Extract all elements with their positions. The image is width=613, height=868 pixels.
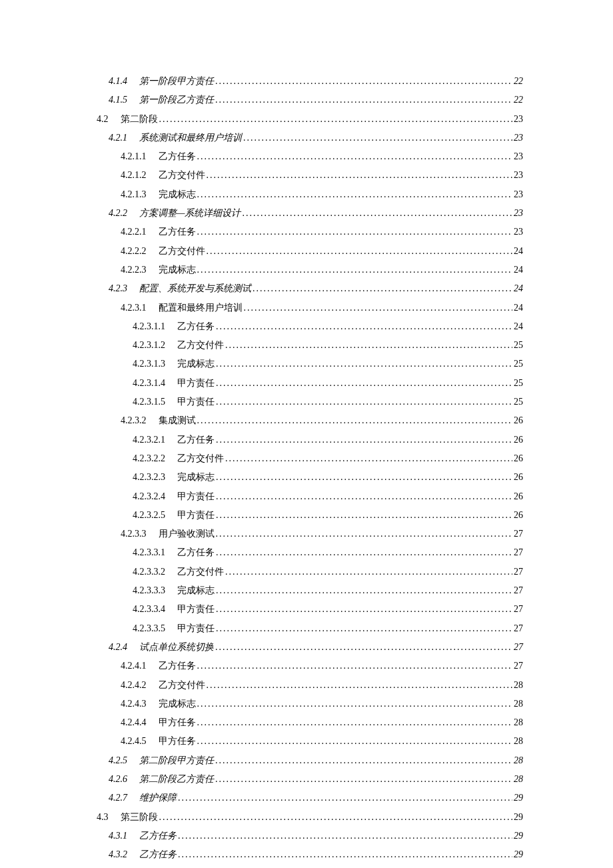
- toc-page-number: 27: [514, 545, 523, 561]
- toc-page-number: 26: [514, 489, 523, 505]
- toc-entry[interactable]: 4.2.1.1乙方任务.............................…: [90, 149, 523, 165]
- toc-title: 乙方任务: [177, 319, 215, 335]
- toc-entry[interactable]: 4.2.4.5甲方任务.............................…: [90, 733, 523, 749]
- toc-title: 甲方责任: [177, 489, 215, 505]
- toc-page-number: 29: [514, 828, 523, 844]
- toc-page-number: 22: [514, 92, 523, 108]
- toc-entry[interactable]: 4.2.3.2集成测试.............................…: [90, 413, 523, 429]
- toc-entry[interactable]: 4.2.1.3完成标志.............................…: [90, 187, 523, 203]
- toc-entry[interactable]: 4.2.3.1.1乙方任务...........................…: [90, 319, 523, 335]
- toc-entry[interactable]: 4.2.3.2.5甲方责任...........................…: [90, 507, 523, 523]
- toc-title: 乙方任务: [177, 545, 215, 561]
- toc-entry[interactable]: 4.2.2.1乙方任务.............................…: [90, 224, 523, 240]
- toc-entry[interactable]: 4.2.6第二阶段乙方责任...........................…: [90, 771, 523, 787]
- toc-entry[interactable]: 4.2.5第二阶段甲方责任...........................…: [90, 753, 523, 769]
- toc-entry[interactable]: 4.2.3.2.3完成标志...........................…: [90, 469, 523, 485]
- toc-leader-dots: ........................................…: [242, 205, 512, 221]
- table-of-contents: 4.1.4第一阶段甲方责任...........................…: [90, 73, 523, 868]
- toc-leader-dots: ........................................…: [159, 809, 513, 825]
- toc-page-number: 29: [514, 847, 523, 863]
- toc-entry[interactable]: 4.1.5第一阶段乙方责任...........................…: [90, 92, 523, 108]
- toc-leader-dots: ........................................…: [207, 167, 513, 183]
- toc-page-number: 24: [514, 243, 523, 259]
- toc-entry[interactable]: 4.2.4.2乙方交付件............................…: [90, 677, 523, 693]
- toc-title: 甲方责任: [177, 601, 215, 617]
- toc-entry[interactable]: 4.2.3.1.4甲方责任...........................…: [90, 375, 523, 391]
- toc-entry[interactable]: 4.2.1.2乙方交付件............................…: [90, 167, 523, 183]
- toc-entry[interactable]: 4.2.3.3用户验收测试...........................…: [90, 526, 523, 542]
- toc-title: 配置、系统开发与系统测试: [139, 281, 251, 297]
- toc-title: 试点单位系统切换: [139, 639, 214, 655]
- toc-title: 甲方责任: [177, 621, 215, 637]
- toc-page-number: 27: [514, 639, 523, 655]
- toc-page-number: 28: [514, 677, 523, 693]
- toc-entry[interactable]: 4.2.2.3完成标志.............................…: [90, 262, 523, 278]
- toc-number: 4.2.4.1: [121, 658, 147, 674]
- toc-entry[interactable]: 4.2.3.3.4甲方责任...........................…: [90, 601, 523, 617]
- toc-entry[interactable]: 4.2.3.3.2乙方交付件..........................…: [90, 564, 523, 580]
- toc-entry[interactable]: 4.2.3.1.2乙方交付件..........................…: [90, 337, 523, 353]
- toc-leader-dots: ........................................…: [178, 790, 512, 806]
- toc-entry[interactable]: 4.2.3.2.4甲方责任...........................…: [90, 489, 523, 505]
- toc-leader-dots: ........................................…: [216, 375, 512, 391]
- toc-entry[interactable]: 4.2.3.1.3完成标志...........................…: [90, 356, 523, 372]
- toc-leader-dots: ........................................…: [253, 281, 512, 297]
- toc-page-number: 25: [514, 394, 523, 410]
- toc-entry[interactable]: 4.2.2.2乙方交付件............................…: [90, 243, 523, 259]
- toc-title: 集成测试: [159, 413, 196, 429]
- toc-entry[interactable]: 4.2.2方案调整—系统详细设计........................…: [90, 205, 523, 221]
- toc-entry[interactable]: 4.2.4.1乙方任务.............................…: [90, 658, 523, 674]
- toc-entry[interactable]: 4.2.3.1配置和最终用户培训........................…: [90, 300, 523, 316]
- toc-entry[interactable]: 4.2.3.3.1乙方任务...........................…: [90, 545, 523, 561]
- toc-leader-dots: ........................................…: [216, 621, 512, 637]
- toc-entry[interactable]: 4.3.3完成标志...............................…: [90, 865, 523, 868]
- toc-title: 第二阶段甲方责任: [139, 753, 214, 769]
- toc-number: 4.2.3.2.3: [133, 469, 165, 485]
- toc-number: 4.2.3.1.2: [133, 337, 165, 353]
- toc-page-number: 27: [514, 601, 523, 617]
- toc-entry[interactable]: 4.2.4.4甲方任务.............................…: [90, 715, 523, 731]
- toc-leader-dots: ........................................…: [215, 92, 512, 108]
- toc-title: 完成标志: [139, 865, 177, 868]
- toc-title: 方案调整—系统详细设计: [139, 205, 241, 221]
- toc-title: 第二阶段: [121, 111, 158, 127]
- toc-leader-dots: ........................................…: [207, 243, 513, 259]
- toc-entry[interactable]: 4.2.3.3.5甲方责任...........................…: [90, 621, 523, 637]
- toc-title: 乙方交付件: [159, 167, 205, 183]
- toc-entry[interactable]: 4.2.3.2.1乙方任务...........................…: [90, 432, 523, 448]
- toc-number: 4.2.3.1.1: [133, 319, 165, 335]
- toc-entry[interactable]: 4.3.2乙方任务...............................…: [90, 847, 523, 863]
- toc-number: 4.2.3.2.2: [133, 451, 165, 467]
- toc-title: 甲方任务: [159, 715, 196, 731]
- toc-number: 4.2.3.3.5: [133, 621, 165, 637]
- toc-title: 乙方任务: [177, 432, 215, 448]
- toc-entry[interactable]: 4.2.4试点单位系统切换...........................…: [90, 639, 523, 655]
- toc-entry[interactable]: 4.1.4第一阶段甲方责任...........................…: [90, 73, 523, 89]
- toc-page-number: 27: [514, 583, 523, 599]
- toc-leader-dots: ........................................…: [215, 73, 512, 89]
- toc-entry[interactable]: 4.2.4.3完成标志.............................…: [90, 696, 523, 712]
- toc-title: 乙方任务: [139, 828, 177, 844]
- toc-number: 4.2.1: [109, 130, 127, 146]
- toc-entry[interactable]: 4.3.1乙方任务...............................…: [90, 828, 523, 844]
- toc-entry[interactable]: 4.2.3.1.5甲方责任...........................…: [90, 394, 523, 410]
- toc-number: 4.2.2: [109, 205, 127, 221]
- toc-leader-dots: ........................................…: [178, 847, 512, 863]
- toc-entry[interactable]: 4.2.3配置、系统开发与系统测试.......................…: [90, 281, 523, 297]
- toc-page-number: 23: [514, 205, 523, 221]
- toc-entry[interactable]: 4.2第二阶段.................................…: [90, 111, 523, 127]
- toc-leader-dots: ........................................…: [216, 469, 512, 485]
- toc-number: 4.2.4.2: [121, 677, 147, 693]
- toc-title: 甲方责任: [177, 375, 215, 391]
- toc-leader-dots: ........................................…: [197, 715, 513, 731]
- toc-page-number: 27: [514, 621, 523, 637]
- toc-entry[interactable]: 4.2.3.2.2乙方交付件..........................…: [90, 451, 523, 467]
- toc-leader-dots: ........................................…: [197, 413, 513, 429]
- toc-entry[interactable]: 4.3第三阶段.................................…: [90, 809, 523, 825]
- toc-entry[interactable]: 4.2.1系统测试和最终用户培训........................…: [90, 130, 523, 146]
- toc-title: 完成标志: [177, 583, 215, 599]
- toc-number: 4.2.3.3.1: [133, 545, 165, 561]
- toc-entry[interactable]: 4.2.7维护保障...............................…: [90, 790, 523, 806]
- toc-entry[interactable]: 4.2.3.3.3完成标志...........................…: [90, 583, 523, 599]
- toc-title: 用户验收测试: [159, 526, 215, 542]
